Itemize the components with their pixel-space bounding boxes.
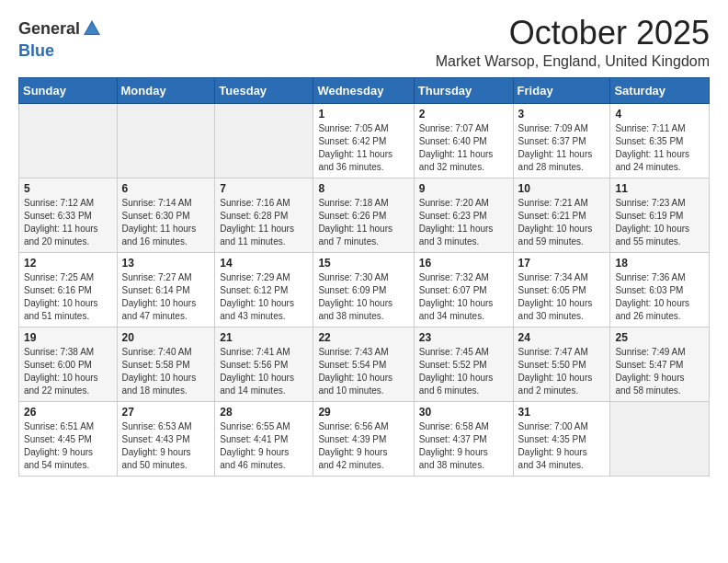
day-number: 23 <box>419 331 508 344</box>
day-number: 17 <box>518 257 606 270</box>
calendar-cell: 4Sunrise: 7:11 AM Sunset: 6:35 PM Daylig… <box>610 103 710 178</box>
logo-text-general: General <box>18 19 80 38</box>
day-info: Sunrise: 7:21 AM Sunset: 6:21 PM Dayligh… <box>518 197 606 248</box>
day-number: 9 <box>419 182 508 195</box>
day-info: Sunrise: 7:23 AM Sunset: 6:19 PM Dayligh… <box>615 197 704 248</box>
calendar-cell: 12Sunrise: 7:25 AM Sunset: 6:16 PM Dayli… <box>19 252 118 327</box>
day-number: 30 <box>419 406 508 419</box>
day-info: Sunrise: 7:09 AM Sunset: 6:37 PM Dayligh… <box>518 122 606 174</box>
calendar-cell: 11Sunrise: 7:23 AM Sunset: 6:19 PM Dayli… <box>610 178 710 252</box>
calendar-cell: 5Sunrise: 7:12 AM Sunset: 6:33 PM Daylig… <box>19 178 118 252</box>
calendar-cell: 16Sunrise: 7:32 AM Sunset: 6:07 PM Dayli… <box>414 252 513 327</box>
calendar-cell: 7Sunrise: 7:16 AM Sunset: 6:28 PM Daylig… <box>215 178 313 252</box>
title-block: October 2025 Market Warsop, England, Uni… <box>436 15 710 70</box>
day-info: Sunrise: 7:16 AM Sunset: 6:28 PM Dayligh… <box>220 197 308 248</box>
calendar-week-5: 26Sunrise: 6:51 AM Sunset: 4:45 PM Dayli… <box>19 401 710 476</box>
logo: General Blue <box>18 18 102 61</box>
day-info: Sunrise: 7:30 AM Sunset: 6:09 PM Dayligh… <box>318 271 408 323</box>
day-info: Sunrise: 7:40 AM Sunset: 5:58 PM Dayligh… <box>122 346 210 397</box>
calendar-cell <box>610 401 710 476</box>
col-sunday: Sunday <box>19 77 118 103</box>
day-number: 26 <box>24 406 112 419</box>
calendar-cell: 25Sunrise: 7:49 AM Sunset: 5:47 PM Dayli… <box>610 327 710 401</box>
calendar-cell: 26Sunrise: 6:51 AM Sunset: 4:45 PM Dayli… <box>19 401 118 476</box>
day-number: 6 <box>122 182 210 195</box>
day-number: 7 <box>220 182 308 195</box>
calendar-cell <box>19 103 118 178</box>
month-title: October 2025 <box>436 15 710 52</box>
day-info: Sunrise: 6:56 AM Sunset: 4:39 PM Dayligh… <box>318 420 408 472</box>
calendar-cell: 14Sunrise: 7:29 AM Sunset: 6:12 PM Dayli… <box>215 252 313 327</box>
day-info: Sunrise: 7:25 AM Sunset: 6:16 PM Dayligh… <box>24 271 112 323</box>
day-number: 8 <box>318 182 408 195</box>
calendar-cell: 9Sunrise: 7:20 AM Sunset: 6:23 PM Daylig… <box>414 178 513 252</box>
day-number: 3 <box>518 108 606 121</box>
day-info: Sunrise: 6:53 AM Sunset: 4:43 PM Dayligh… <box>122 420 210 472</box>
day-number: 31 <box>518 406 606 419</box>
day-info: Sunrise: 6:51 AM Sunset: 4:45 PM Dayligh… <box>24 420 112 472</box>
col-wednesday: Wednesday <box>313 77 414 103</box>
day-number: 13 <box>122 257 210 270</box>
day-info: Sunrise: 7:27 AM Sunset: 6:14 PM Dayligh… <box>122 271 210 323</box>
subtitle: Market Warsop, England, United Kingdom <box>436 53 710 70</box>
header: General Blue October 2025 Market Warsop,… <box>18 15 710 70</box>
day-number: 1 <box>318 108 408 121</box>
calendar-week-2: 5Sunrise: 7:12 AM Sunset: 6:33 PM Daylig… <box>19 178 710 252</box>
day-number: 2 <box>419 108 508 121</box>
day-number: 20 <box>122 331 210 344</box>
day-info: Sunrise: 7:43 AM Sunset: 5:54 PM Dayligh… <box>318 346 408 397</box>
calendar-week-4: 19Sunrise: 7:38 AM Sunset: 6:00 PM Dayli… <box>19 327 710 401</box>
day-number: 10 <box>518 182 606 195</box>
calendar-table: Sunday Monday Tuesday Wednesday Thursday… <box>18 77 710 477</box>
day-info: Sunrise: 7:49 AM Sunset: 5:47 PM Dayligh… <box>615 346 704 397</box>
logo-general: General <box>18 18 102 42</box>
calendar-cell: 6Sunrise: 7:14 AM Sunset: 6:30 PM Daylig… <box>117 178 215 252</box>
day-info: Sunrise: 7:00 AM Sunset: 4:35 PM Dayligh… <box>518 420 606 472</box>
calendar-cell: 13Sunrise: 7:27 AM Sunset: 6:14 PM Dayli… <box>117 252 215 327</box>
day-number: 28 <box>220 406 308 419</box>
day-info: Sunrise: 7:32 AM Sunset: 6:07 PM Dayligh… <box>419 271 508 323</box>
col-saturday: Saturday <box>610 77 710 103</box>
day-number: 15 <box>318 257 408 270</box>
calendar-cell: 21Sunrise: 7:41 AM Sunset: 5:56 PM Dayli… <box>215 327 313 401</box>
calendar-cell: 24Sunrise: 7:47 AM Sunset: 5:50 PM Dayli… <box>513 327 610 401</box>
day-number: 14 <box>220 257 308 270</box>
col-tuesday: Tuesday <box>215 77 313 103</box>
day-number: 5 <box>24 182 112 195</box>
day-number: 22 <box>318 331 408 344</box>
logo-text-blue: Blue <box>18 42 102 61</box>
day-number: 24 <box>518 331 606 344</box>
day-info: Sunrise: 7:11 AM Sunset: 6:35 PM Dayligh… <box>615 122 704 174</box>
day-info: Sunrise: 7:29 AM Sunset: 6:12 PM Dayligh… <box>220 271 308 323</box>
calendar-cell: 28Sunrise: 6:55 AM Sunset: 4:41 PM Dayli… <box>215 401 313 476</box>
day-info: Sunrise: 7:14 AM Sunset: 6:30 PM Dayligh… <box>122 197 210 248</box>
day-number: 16 <box>419 257 508 270</box>
calendar-cell: 31Sunrise: 7:00 AM Sunset: 4:35 PM Dayli… <box>513 401 610 476</box>
day-info: Sunrise: 6:55 AM Sunset: 4:41 PM Dayligh… <box>220 420 308 472</box>
day-info: Sunrise: 7:12 AM Sunset: 6:33 PM Dayligh… <box>24 197 112 248</box>
col-monday: Monday <box>117 77 215 103</box>
day-info: Sunrise: 7:34 AM Sunset: 6:05 PM Dayligh… <box>518 271 606 323</box>
col-friday: Friday <box>513 77 610 103</box>
day-info: Sunrise: 7:47 AM Sunset: 5:50 PM Dayligh… <box>518 346 606 397</box>
header-row: Sunday Monday Tuesday Wednesday Thursday… <box>19 77 710 103</box>
day-number: 4 <box>615 108 704 121</box>
calendar-cell: 27Sunrise: 6:53 AM Sunset: 4:43 PM Dayli… <box>117 401 215 476</box>
day-number: 19 <box>24 331 112 344</box>
calendar-cell: 30Sunrise: 6:58 AM Sunset: 4:37 PM Dayli… <box>414 401 513 476</box>
day-info: Sunrise: 7:18 AM Sunset: 6:26 PM Dayligh… <box>318 197 408 248</box>
calendar-cell <box>117 103 215 178</box>
col-thursday: Thursday <box>414 77 513 103</box>
day-info: Sunrise: 7:05 AM Sunset: 6:42 PM Dayligh… <box>318 122 408 174</box>
calendar-cell: 2Sunrise: 7:07 AM Sunset: 6:40 PM Daylig… <box>414 103 513 178</box>
page: General Blue October 2025 Market Warsop,… <box>0 0 728 491</box>
calendar-cell: 10Sunrise: 7:21 AM Sunset: 6:21 PM Dayli… <box>513 178 610 252</box>
calendar-cell: 29Sunrise: 6:56 AM Sunset: 4:39 PM Dayli… <box>313 401 414 476</box>
day-number: 27 <box>122 406 210 419</box>
day-number: 11 <box>615 182 704 195</box>
day-info: Sunrise: 6:58 AM Sunset: 4:37 PM Dayligh… <box>419 420 508 472</box>
day-info: Sunrise: 7:36 AM Sunset: 6:03 PM Dayligh… <box>615 271 704 323</box>
calendar-cell: 20Sunrise: 7:40 AM Sunset: 5:58 PM Dayli… <box>117 327 215 401</box>
day-number: 25 <box>615 331 704 344</box>
calendar-cell: 22Sunrise: 7:43 AM Sunset: 5:54 PM Dayli… <box>313 327 414 401</box>
